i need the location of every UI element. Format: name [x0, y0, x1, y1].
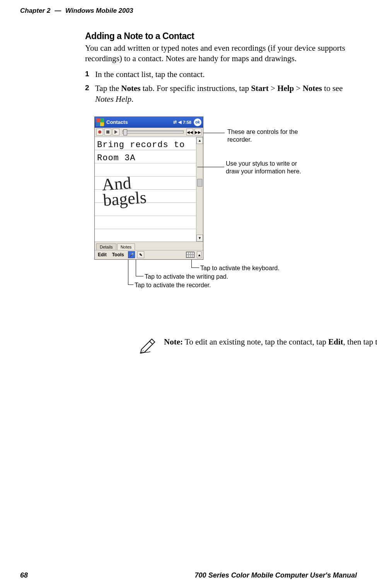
t: Room 3A	[97, 153, 135, 163]
step-number: 2	[85, 83, 89, 93]
system-tray[interactable]: ⇄ ◀︎ 7:58	[173, 120, 191, 125]
header-dash: —	[55, 7, 61, 14]
t: tab. For specific instructions, tap	[141, 84, 251, 93]
callout-writingpad: Tap to activate the writing pad.	[145, 273, 228, 281]
t: Note:	[164, 337, 183, 346]
t: Notes	[303, 84, 322, 93]
clock: 7:58	[183, 120, 191, 125]
rewind-button[interactable]: ◀◀	[186, 129, 193, 135]
header-title: Windows Mobile 2003	[65, 7, 133, 14]
leader-line	[191, 267, 199, 268]
scroll-up-icon[interactable]: ▲	[196, 137, 203, 144]
steps-list: 1 In the contact list, tap the contact. …	[85, 69, 352, 105]
start-icon[interactable]	[96, 118, 104, 126]
slider-thumb[interactable]	[123, 129, 127, 135]
note-icon	[139, 337, 157, 356]
chapter-label: Chapter 2	[20, 7, 50, 14]
menu-edit[interactable]: Edit	[96, 251, 108, 258]
keyboard-icon[interactable]	[186, 252, 194, 258]
callout-stylus: Use your stylus to write or draw your in…	[226, 160, 307, 175]
connectivity-icon[interactable]: ⇄	[173, 120, 177, 125]
recorder-slider[interactable]	[122, 130, 184, 134]
speaker-icon[interactable]: ◀︎	[178, 120, 181, 125]
t: Bring records to	[97, 140, 185, 150]
tab-notes[interactable]: Notes	[117, 243, 135, 250]
menu-tools[interactable]: Tools	[111, 251, 126, 258]
t: To edit an existing note, tap the contac…	[183, 337, 328, 346]
scrollbar[interactable]: ▲ ▼	[196, 137, 203, 242]
t: .	[131, 94, 133, 104]
ok-button[interactable]: ok	[194, 118, 201, 126]
leader-line	[128, 285, 133, 285]
leader-line	[136, 276, 143, 276]
note-canvas[interactable]: Bring records to Room 3A Andbagels	[95, 137, 196, 242]
t: >	[269, 84, 277, 93]
callout-recorder: These are controls for the recorder.	[227, 128, 305, 144]
note-area: Bring records to Room 3A Andbagels ▲ ▼	[95, 137, 203, 242]
page-footer: 68 700 Series Color Mobile Computer User…	[20, 571, 357, 579]
t: Notes Help	[95, 94, 131, 104]
scroll-track[interactable]	[196, 144, 203, 235]
leader-line	[191, 260, 192, 267]
leader-line	[197, 167, 224, 167]
t: Edit	[328, 337, 343, 346]
step-2: 2 Tap the Notes tab. For specific instru…	[85, 83, 352, 105]
t: >	[294, 84, 302, 93]
device-screenshot: Contacts ⇄ ◀︎ 7:58 ok ◀◀ ▶▶	[94, 117, 203, 260]
pen-icon[interactable]: ✎	[137, 251, 144, 258]
section-lead: You can add written or typed notes and e…	[85, 43, 352, 64]
stop-button[interactable]	[104, 129, 111, 135]
callout-keyboard: Tap to activate the keyboard.	[200, 264, 280, 272]
note-block: Note: To edit an existing note, tap the …	[139, 337, 377, 356]
tab-bar: Details Notes	[95, 242, 203, 250]
note-text: Note: To edit an existing note, tap the …	[164, 337, 377, 356]
step-text: In the contact list, tap the contact.	[95, 70, 205, 79]
t: Help	[277, 84, 294, 93]
step-text: Tap the Notes tab. For specific instruct…	[95, 84, 343, 104]
t: Start	[251, 84, 269, 93]
t: , then tap the	[343, 337, 377, 346]
sip-arrow-icon[interactable]: ▴	[197, 251, 201, 258]
leader-line	[136, 260, 136, 276]
manual-title: 700 Series Color Mobile Computer User's …	[195, 571, 357, 579]
scroll-thumb[interactable]	[197, 179, 202, 187]
forward-button[interactable]: ▶▶	[194, 129, 201, 135]
record-button[interactable]	[96, 129, 103, 135]
leader-line	[203, 133, 225, 133]
figure: Contacts ⇄ ◀︎ 7:58 ok ◀◀ ▶▶	[85, 117, 352, 298]
recorder-icon[interactable]: 🎤	[128, 251, 135, 258]
section-heading: Adding a Note to a Contact	[85, 31, 352, 41]
tab-details[interactable]: Details	[96, 243, 116, 250]
recorder-toolbar: ◀◀ ▶▶	[95, 128, 203, 137]
menu-bar: Edit Tools 🎤 ✎ ▴	[95, 250, 203, 259]
leader-line	[128, 260, 128, 285]
callout-recorder-activate: Tap to activate the recorder.	[135, 281, 211, 289]
play-button[interactable]	[113, 129, 119, 135]
main-content: Adding a Note to a Contact You can add w…	[85, 31, 352, 298]
app-title: Contacts	[106, 119, 128, 125]
step-1: 1 In the contact list, tap the contact.	[85, 69, 352, 80]
handwriting: Andbagels	[101, 174, 147, 208]
t: Notes	[121, 84, 140, 93]
typed-text: Bring records to Room 3A	[97, 139, 185, 165]
title-bar[interactable]: Contacts ⇄ ◀︎ 7:58 ok	[95, 117, 203, 128]
t: Tap the	[95, 84, 121, 93]
page-number: 68	[20, 571, 28, 579]
running-head: Chapter 2 — Windows Mobile 2003	[20, 7, 357, 15]
scroll-down-icon[interactable]: ▼	[196, 235, 203, 242]
step-number: 1	[85, 69, 89, 79]
t: to see	[322, 84, 343, 93]
